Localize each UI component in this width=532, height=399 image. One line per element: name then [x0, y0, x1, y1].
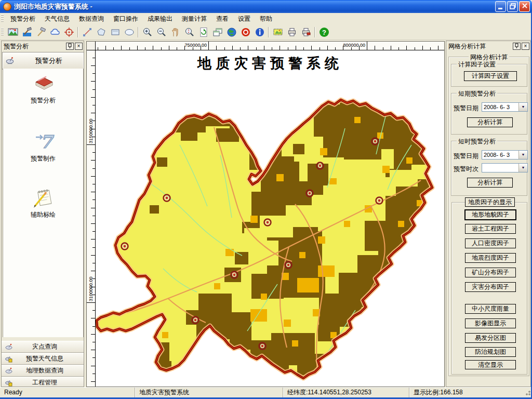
zoom-out-icon[interactable] — [154, 25, 168, 38]
info-icon[interactable] — [252, 25, 267, 38]
zoom-in-icon[interactable] — [140, 25, 154, 38]
restore-button[interactable] — [507, 1, 518, 12]
ruler-tick — [422, 46, 423, 50]
calc-factor-group-label: 计算因子设置 — [457, 60, 497, 69]
stop-icon[interactable] — [238, 25, 252, 38]
left-panel-group-bar[interactable]: 预警分析 — [3, 52, 84, 69]
short-term-date-combo[interactable]: 2008- 6- 3 ▼ — [482, 102, 528, 112]
menu-settings[interactable]: 设置 — [233, 14, 255, 24]
menu-window-ops[interactable]: 窗口操作 — [109, 14, 143, 24]
bar-geodata-query[interactable]: 地理数据查询 — [2, 365, 84, 377]
item-warning-analysis[interactable]: 预警分析 — [3, 73, 83, 105]
toolbar-grip[interactable] — [1, 28, 4, 36]
hammer-icon[interactable] — [34, 25, 48, 38]
draw-line-icon[interactable] — [80, 25, 94, 38]
cloud-icon[interactable] — [48, 25, 62, 38]
help-icon[interactable]: ? — [317, 25, 331, 38]
ruler-tick — [91, 255, 95, 256]
clear-display-button[interactable]: 清空显示 — [465, 360, 516, 369]
ruler-top-label: 800000.00 — [327, 43, 365, 48]
hazard-factor-button[interactable]: 灾害分布因子 — [465, 282, 516, 292]
menu-view[interactable]: 查看 — [211, 14, 233, 24]
pan-icon[interactable] — [168, 25, 182, 38]
mine-factor-button[interactable]: 矿山分布因子 — [465, 268, 516, 277]
dish-star-icon — [5, 379, 13, 387]
ruler-tick — [91, 223, 95, 224]
draw-polygon-icon[interactable] — [94, 25, 108, 38]
menu-grip[interactable] — [1, 15, 4, 23]
menu-weather-info[interactable]: 天气信息 — [40, 14, 74, 24]
short-term-analyze-button[interactable]: 分析计算 — [467, 117, 513, 127]
hammer-water-icon[interactable] — [20, 25, 34, 38]
menu-measure-calc[interactable]: 测量计算 — [177, 14, 211, 24]
item-warning-production[interactable]: 7 预警制作 — [3, 131, 83, 163]
map-canvas[interactable]: 地质灾害预警系统 — [96, 50, 444, 387]
status-bar: Ready 地质灾害预警系统 经纬度:114.140551,28.250253 … — [0, 387, 532, 398]
bar-project-management[interactable]: 工程管理 — [2, 377, 84, 387]
item-auxiliary-plot[interactable]: 辅助标绘 — [3, 187, 83, 219]
ruler-corner — [87, 42, 96, 50]
minimize-button[interactable] — [495, 1, 506, 12]
locate-target-icon[interactable] — [62, 25, 76, 38]
map-view-icon[interactable] — [271, 25, 285, 38]
image-export-icon[interactable] — [6, 25, 20, 38]
print-icon[interactable] — [285, 25, 299, 38]
bar-disaster-point-query[interactable]: 灾点查询 — [2, 341, 84, 353]
population-factor-button[interactable]: 人口密度因子 — [465, 238, 516, 248]
notepad-pencil-icon — [32, 187, 55, 208]
draw-ellipse-icon[interactable] — [122, 25, 136, 38]
geotech-factor-button[interactable]: 岩土工程因子 — [465, 224, 516, 234]
pin-icon[interactable] — [513, 43, 521, 50]
print-setup-icon[interactable] — [299, 25, 313, 38]
menu-result-output[interactable]: 成果输出 — [143, 14, 177, 24]
ruler-tick — [92, 263, 95, 263]
menu-help[interactable]: 帮助 — [255, 14, 277, 24]
short-term-group-label: 短期预警分析 — [457, 89, 497, 98]
refresh-icon[interactable] — [196, 25, 210, 38]
menu-warning-analysis[interactable]: 预警分析 — [6, 14, 40, 24]
ruler-tick — [92, 357, 95, 358]
close-icon[interactable]: × — [75, 43, 83, 50]
short-time-date-value: 2008- 6- 3 — [484, 151, 510, 158]
susceptibility-map-button[interactable]: 易发分区图 — [465, 333, 516, 343]
chevron-down-icon[interactable]: ▼ — [518, 103, 527, 111]
ruler-tick — [92, 152, 95, 153]
bar-label: 地理数据查询 — [15, 366, 74, 375]
terrain-factor-button[interactable]: 地形地貌因子 — [464, 209, 516, 220]
seismic-factor-button[interactable]: 地震烈度因子 — [465, 253, 516, 263]
close-icon[interactable]: × — [522, 43, 529, 50]
status-scale: 显示比例:166.158 — [409, 388, 522, 398]
imagery-button[interactable]: 影像图显示 — [465, 318, 516, 328]
menu-data-query[interactable]: 数据查询 — [74, 14, 109, 24]
close-button[interactable] — [519, 1, 530, 12]
pin-icon[interactable] — [66, 43, 74, 50]
ruler-tick — [92, 374, 95, 374]
status-ready: Ready — [0, 388, 135, 398]
draw-rectangle-icon[interactable] — [108, 25, 122, 38]
ruler-tick — [113, 47, 114, 50]
ruler-tick — [92, 89, 95, 90]
ruler-tick — [375, 46, 375, 50]
ruler-tick — [320, 47, 320, 50]
chevron-down-icon[interactable]: ▼ — [518, 151, 527, 159]
short-time-analyze-button[interactable]: 分析计算 — [467, 178, 513, 188]
ruler-tick — [288, 47, 288, 50]
short-time-times-combo[interactable]: ▼ — [482, 163, 528, 172]
zoom-extent-icon[interactable] — [182, 25, 196, 38]
chevron-down-icon[interactable]: ▼ — [518, 164, 527, 172]
cascade-windows-icon[interactable] — [210, 25, 224, 38]
calc-factor-settings-button[interactable]: 计算因子设置 — [464, 71, 517, 81]
ruler-tick — [92, 200, 95, 200]
ruler-tick — [105, 46, 106, 50]
short-time-times-label: 预警时次 — [454, 165, 478, 174]
resize-grip[interactable] — [524, 389, 531, 396]
globe-icon[interactable] — [224, 25, 238, 38]
ruler-tick — [91, 366, 95, 366]
factor-display-label-button[interactable]: 地质因子的显示 — [465, 197, 515, 207]
map-svg[interactable]: 地质灾害预警系统 — [96, 50, 445, 387]
rainfall-button[interactable]: 中小尺度雨量 — [465, 304, 516, 314]
bar-warning-weather-info[interactable]: 预警天气信息 — [2, 353, 84, 365]
short-time-date-combo[interactable]: 2008- 6- 3 ▼ — [482, 150, 528, 159]
prevention-plan-button[interactable]: 防治规划图 — [465, 347, 516, 357]
ruler-tick — [92, 326, 95, 327]
